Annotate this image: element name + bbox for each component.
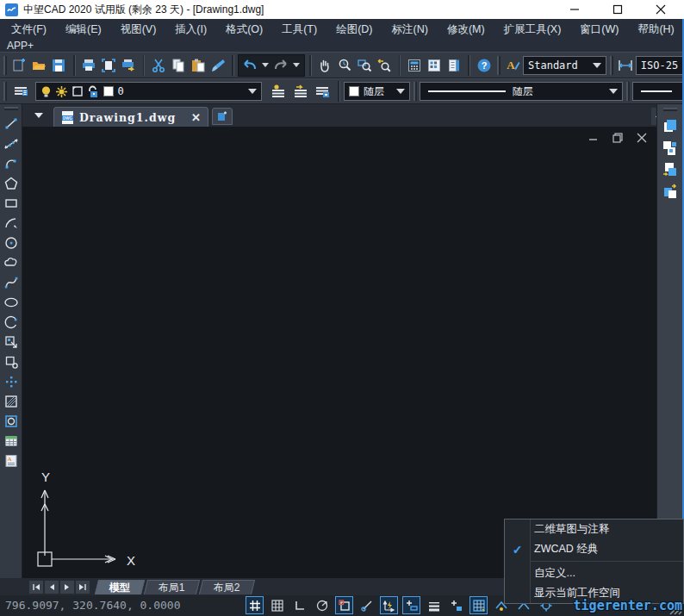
dyn-ucs-toggle[interactable] bbox=[380, 596, 398, 614]
construction-line-button[interactable] bbox=[1, 134, 22, 153]
mtext-button[interactable]: A bbox=[1, 451, 22, 470]
zoom-previous-button[interactable] bbox=[375, 54, 395, 77]
menu-insert[interactable]: 插入(I) bbox=[165, 19, 216, 40]
ellipse-button[interactable] bbox=[1, 292, 22, 312]
drawing-canvas[interactable]: Y X bbox=[22, 127, 656, 578]
revision-cloud-button[interactable] bbox=[1, 252, 22, 272]
new-button[interactable] bbox=[9, 54, 29, 77]
grid-toggle[interactable] bbox=[268, 596, 286, 614]
layer-select[interactable]: 0 bbox=[35, 82, 263, 101]
osnap-toggle[interactable] bbox=[335, 596, 353, 614]
design-center-button[interactable] bbox=[424, 54, 444, 77]
mdi-close-icon[interactable] bbox=[636, 132, 648, 144]
next-layout-button[interactable] bbox=[60, 581, 74, 594]
save-button[interactable] bbox=[49, 54, 69, 77]
quick-properties-toggle[interactable] bbox=[447, 596, 465, 614]
paste-special-button[interactable] bbox=[659, 159, 681, 180]
color-select[interactable]: 随层 bbox=[344, 82, 410, 101]
snap-toggle[interactable] bbox=[246, 596, 264, 614]
copy-button[interactable] bbox=[168, 54, 188, 77]
polar-toggle[interactable] bbox=[313, 596, 331, 614]
insert-block-button[interactable] bbox=[1, 332, 22, 352]
dim-style-button[interactable] bbox=[616, 54, 636, 77]
menu-window[interactable]: 窗口(W) bbox=[570, 19, 628, 40]
toolbar-grip[interactable] bbox=[3, 56, 7, 75]
polyline-button[interactable] bbox=[1, 153, 22, 173]
lineweight-select[interactable] bbox=[632, 82, 684, 101]
paste-button[interactable] bbox=[188, 54, 208, 77]
region-button[interactable] bbox=[1, 411, 22, 431]
toolbar-grip[interactable] bbox=[4, 107, 18, 110]
mdi-restore-icon[interactable] bbox=[612, 132, 624, 144]
tab-layout2[interactable]: 布局2 bbox=[199, 580, 255, 594]
toolbar-grip[interactable] bbox=[497, 56, 501, 75]
copy-base-point-button[interactable] bbox=[659, 181, 681, 202]
redo-dropdown-icon[interactable] bbox=[293, 63, 300, 67]
menu-modify[interactable]: 修改(M) bbox=[438, 19, 494, 40]
undo-dropdown-icon[interactable] bbox=[262, 63, 269, 67]
maximize-icon[interactable] bbox=[612, 3, 624, 16]
ortho-toggle[interactable] bbox=[290, 596, 308, 614]
tab-layout1[interactable]: 布局1 bbox=[144, 580, 200, 594]
layer-states-button[interactable] bbox=[289, 80, 312, 103]
text-style-button[interactable]: A bbox=[503, 54, 523, 77]
circle-button[interactable] bbox=[1, 233, 22, 252]
model-space-toggle[interactable] bbox=[469, 596, 488, 614]
toolbar-grip[interactable] bbox=[610, 56, 613, 75]
arc-button[interactable] bbox=[1, 213, 22, 233]
close-tab-icon[interactable]: ✕ bbox=[179, 111, 201, 124]
zoom-window-button[interactable] bbox=[355, 54, 375, 77]
zoom-realtime-button[interactable] bbox=[335, 54, 355, 77]
make-block-button[interactable] bbox=[1, 352, 22, 371]
print-button[interactable] bbox=[79, 54, 99, 77]
menu-file[interactable]: 文件(F) bbox=[2, 19, 56, 40]
tab-drawing1[interactable]: DWG Drawing1.dwg ✕ bbox=[53, 107, 208, 127]
menu-item-customize[interactable]: 自定义... bbox=[505, 563, 683, 583]
match-properties-button[interactable] bbox=[208, 54, 227, 77]
help-button[interactable]: ? bbox=[474, 54, 494, 77]
lineweight-toggle[interactable] bbox=[425, 596, 443, 614]
menu-edit[interactable]: 编辑(E) bbox=[56, 19, 111, 40]
properties-button[interactable] bbox=[404, 54, 424, 77]
menu-app-plus[interactable]: APP+ bbox=[0, 40, 684, 52]
prev-layout-button[interactable] bbox=[45, 581, 59, 594]
paste-clip-button[interactable] bbox=[659, 138, 681, 159]
layers-button[interactable] bbox=[9, 80, 32, 103]
toolbar-grip[interactable] bbox=[414, 82, 417, 101]
menu-express-tools[interactable]: 扩展工具(X) bbox=[494, 19, 571, 40]
tool-palettes-button[interactable] bbox=[444, 54, 463, 77]
pan-button[interactable] bbox=[315, 54, 335, 77]
hatch-button[interactable] bbox=[1, 391, 22, 411]
copy-clip-button[interactable] bbox=[659, 116, 681, 137]
ellipse-arc-button[interactable] bbox=[1, 312, 22, 332]
point-button[interactable] bbox=[1, 371, 22, 391]
undo-button[interactable] bbox=[240, 54, 259, 77]
tab-list-button[interactable] bbox=[29, 107, 48, 124]
menu-draw[interactable]: 绘图(D) bbox=[326, 19, 382, 40]
menu-view[interactable]: 视图(V) bbox=[111, 19, 166, 40]
close-icon[interactable] bbox=[655, 3, 667, 16]
toolbar-grip[interactable] bbox=[663, 108, 677, 111]
otrack-toggle[interactable] bbox=[358, 596, 376, 614]
menu-item-2d-drafting[interactable]: 二维草图与注释 bbox=[505, 520, 683, 539]
layer-previous-button[interactable] bbox=[267, 80, 289, 103]
line-button[interactable] bbox=[1, 114, 22, 134]
toolbar-grip[interactable] bbox=[626, 82, 630, 101]
first-layout-button[interactable] bbox=[29, 581, 43, 594]
open-button[interactable] bbox=[29, 54, 49, 77]
rectangle-button[interactable] bbox=[1, 193, 22, 213]
print-preview-button[interactable] bbox=[99, 54, 119, 77]
tab-model[interactable]: 模型 bbox=[95, 580, 145, 594]
cut-button[interactable] bbox=[148, 54, 168, 77]
menu-help[interactable]: 帮助(H) bbox=[628, 19, 683, 40]
plot-button[interactable] bbox=[119, 54, 139, 77]
redo-button[interactable] bbox=[271, 54, 290, 77]
toolbar-grip[interactable] bbox=[3, 82, 7, 101]
dynamic-input-toggle[interactable] bbox=[402, 596, 420, 614]
menu-item-zwcad-classic[interactable]: ✓ ZWCAD 经典 bbox=[505, 539, 683, 559]
text-style-select[interactable]: Standard bbox=[523, 56, 606, 75]
polygon-button[interactable] bbox=[1, 173, 22, 193]
new-tab-button[interactable] bbox=[212, 108, 233, 125]
last-layout-button[interactable] bbox=[76, 581, 90, 594]
layer-translate-button[interactable] bbox=[311, 80, 333, 103]
